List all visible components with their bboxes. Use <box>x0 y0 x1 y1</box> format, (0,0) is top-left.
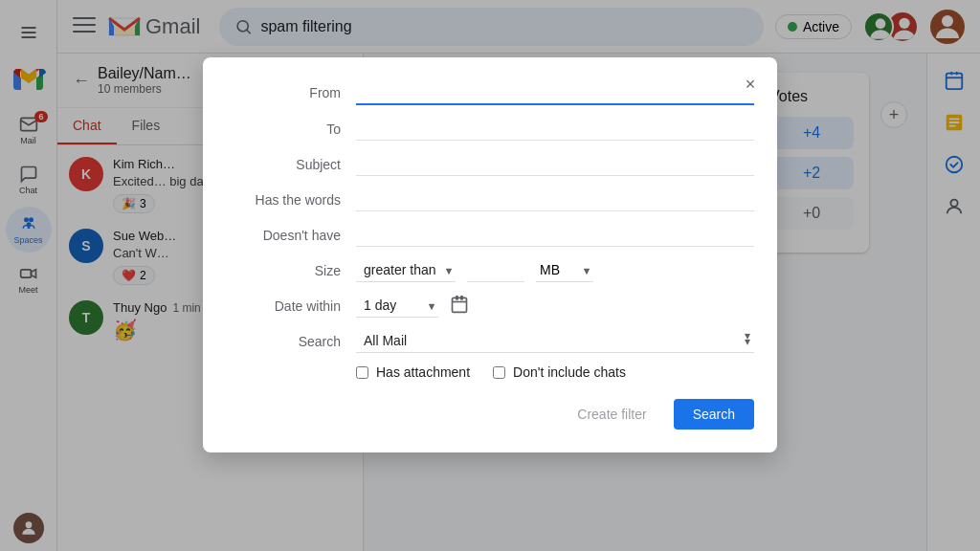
dialog-row-date: Date within 1 day 3 days 1 week 2 weeks … <box>226 294 754 318</box>
dialog-row-from: From <box>226 80 754 105</box>
search-scope-select[interactable]: All Mail Inbox Sent Drafts Spam Trash <box>356 329 754 353</box>
has-attachment-checkbox[interactable] <box>356 366 368 379</box>
search-scope-label: Search <box>226 334 341 349</box>
to-input[interactable] <box>356 117 754 141</box>
size-comparator-select[interactable]: greater than less than <box>356 258 456 282</box>
dialog-row-search-scope: Search All Mail Inbox Sent Drafts Spam T… <box>226 329 754 353</box>
size-controls: greater than less than ▾ MB KB Bytes ▾ <box>356 258 754 282</box>
date-select-wrap: 1 day 3 days 1 week 2 weeks 1 month 6 mo… <box>356 294 438 318</box>
date-controls: 1 day 3 days 1 week 2 weeks 1 month 6 mo… <box>356 294 754 318</box>
no-chats-checkbox-label[interactable]: Don't include chats <box>493 364 626 380</box>
from-label: From <box>226 85 341 100</box>
date-within-label: Date within <box>226 298 341 314</box>
dialog-row-doesnt-have: Doesn't have <box>226 223 754 247</box>
size-comparator-wrap: greater than less than ▾ <box>356 258 456 282</box>
from-input[interactable] <box>356 80 754 105</box>
dialog-close-button[interactable]: × <box>735 69 766 99</box>
subject-label: Subject <box>226 157 341 172</box>
to-label: To <box>226 121 341 137</box>
date-within-select[interactable]: 1 day 3 days 1 week 2 weeks 1 month 6 mo… <box>356 294 438 318</box>
dialog-row-size: Size greater than less than ▾ MB KB <box>226 258 754 282</box>
search-scope-select-wrap: All Mail Inbox Sent Drafts Spam Trash ▾ <box>356 329 754 353</box>
size-label: Size <box>226 263 341 278</box>
no-chats-label: Don't include chats <box>513 364 626 380</box>
search-button[interactable]: Search <box>674 399 754 430</box>
has-attachment-checkbox-label[interactable]: Has attachment <box>356 364 470 380</box>
subject-input[interactable] <box>356 152 754 176</box>
has-words-label: Has the words <box>226 192 341 208</box>
has-words-input[interactable] <box>356 187 754 211</box>
dialog-footer: Create filter Search <box>226 399 754 430</box>
has-attachment-label: Has attachment <box>376 364 470 380</box>
search-dialog: × From To Subject Has the words <box>203 57 777 452</box>
search-scope-wrap: All Mail Inbox Sent Drafts Spam Trash ▾ <box>356 329 754 353</box>
doesnt-have-label: Doesn't have <box>226 228 341 243</box>
dialog-row-has-words: Has the words <box>226 187 754 211</box>
create-filter-button[interactable]: Create filter <box>562 399 661 430</box>
dialog-checkboxes-row: Has attachment Don't include chats <box>356 364 754 380</box>
dialog-row-subject: Subject <box>226 152 754 176</box>
size-unit-wrap: MB KB Bytes ▾ <box>536 258 593 282</box>
svg-rect-25 <box>461 297 463 299</box>
size-value-input[interactable] <box>467 258 524 282</box>
doesnt-have-input[interactable] <box>356 223 754 247</box>
size-unit-select[interactable]: MB KB Bytes <box>536 258 593 282</box>
svg-rect-23 <box>453 298 467 312</box>
dialog-row-to: To <box>226 117 754 141</box>
calendar-icon[interactable] <box>450 295 469 317</box>
svg-rect-24 <box>457 297 458 299</box>
modal-overlay: × From To Subject Has the words <box>0 0 980 551</box>
no-chats-checkbox[interactable] <box>493 366 505 379</box>
